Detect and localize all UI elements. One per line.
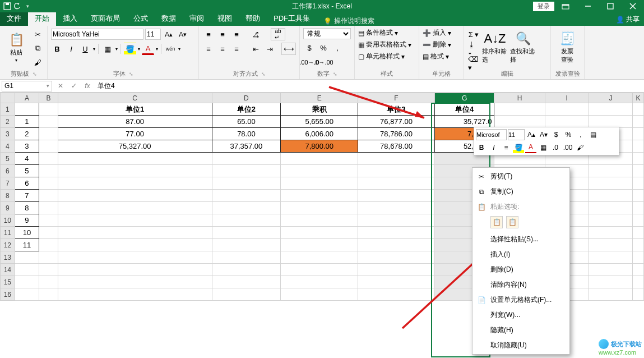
minimize-icon[interactable] [577,0,599,12]
percent-icon[interactable]: % [563,129,574,140]
tab-formulas[interactable]: 公式 [127,11,155,26]
cell[interactable]: 6 [15,177,39,190]
column-headers[interactable]: A B C D E F G H I J K [1,93,644,103]
chevron-down-icon[interactable]: ▾ [138,47,140,52]
increase-decimal-icon[interactable]: .00 [562,142,573,153]
accounting-icon[interactable]: $ [303,42,316,54]
share-button[interactable]: 👤 共享 [616,15,640,24]
decrease-indent-icon[interactable]: ⇤ [249,43,262,55]
decrease-font-icon[interactable]: A▾ [177,28,189,40]
col-D[interactable]: D [212,93,281,103]
ctx-copy[interactable]: ⧉复制(C) [472,184,569,199]
chevron-down-icon[interactable]: ▾ [156,47,158,52]
condfmt-mini-icon[interactable]: ▤ [587,129,599,140]
cell[interactable]: 3 [15,140,39,153]
tab-data[interactable]: 数据 [155,11,183,26]
align-middle-icon[interactable]: ≡ [216,28,229,40]
cell[interactable]: 76,877.00 [358,116,434,128]
copy-icon[interactable]: ⧉ [31,42,44,54]
cell-styles-button[interactable]: ▢ 单元格样式 ▾ [358,52,405,61]
font-name-input[interactable] [51,29,143,40]
chevron-down-icon[interactable]: ▾ [178,47,180,52]
orientation-icon[interactable]: ⦨ [249,28,262,40]
paste-button[interactable]: 📋 粘贴 ▾ [3,28,29,67]
col-A[interactable]: A [15,93,39,103]
accept-formula-icon[interactable]: ✓ [67,82,81,90]
cell[interactable]: 77.00 [58,128,212,140]
cell[interactable]: 2 [15,128,39,140]
percent-icon[interactable]: % [317,42,330,54]
phonetic-icon[interactable]: wén [164,43,177,55]
launcher-icon[interactable]: ⤡ [129,71,133,77]
cells-format-button[interactable]: ▤ 格式 ▾ [423,52,449,61]
cell[interactable]: 11 [15,239,39,251]
conditional-format-button[interactable]: ▤ 条件格式 ▾ [358,28,398,38]
decrease-decimal-icon[interactable]: .0→.00 [317,56,330,68]
launcher-icon[interactable]: ⤡ [261,71,266,77]
cell[interactable]: 单位3 [358,103,434,116]
ctx-col-width[interactable]: 列宽(W)... [472,307,569,323]
tab-review[interactable]: 审阅 [183,11,211,26]
align-top-icon[interactable]: ≡ [202,28,215,40]
find-select-button[interactable]: 🔍查找和选择 [510,28,536,67]
tell-me-search[interactable]: 💡 操作说明搜索 [323,16,374,26]
font-color-icon[interactable]: A [525,142,536,153]
col-B[interactable]: B [39,93,58,103]
paste-values-icon[interactable]: 📋 [506,216,518,228]
align-left-icon[interactable]: ≡ [202,43,215,55]
ctx-paste-special[interactable]: 选择性粘贴(S)... [472,232,569,247]
increase-indent-icon[interactable]: ⇥ [263,43,276,55]
qat-dropdown-icon[interactable]: ▾ [24,2,31,10]
align-right-icon[interactable]: ≡ [230,43,243,55]
tab-pagelayout[interactable]: 页面布局 [84,11,127,26]
col-K[interactable]: K [633,93,644,103]
col-E[interactable]: E [281,93,358,103]
italic-button[interactable]: I [65,43,77,55]
col-F[interactable]: F [358,93,434,103]
col-I[interactable]: I [545,93,589,103]
underline-button[interactable]: U [79,43,91,55]
increase-font-icon[interactable]: A▴ [163,28,175,40]
fill-icon[interactable]: ⭳ ▾ [467,43,480,55]
chevron-down-icon[interactable]: ▾ [115,47,118,52]
font-color-icon[interactable]: A [142,43,154,55]
format-painter-icon[interactable]: 🖌 [574,142,586,153]
decrease-font-icon[interactable]: A▾ [538,129,549,140]
increase-font-icon[interactable]: A▴ [526,129,537,140]
cell[interactable]: 6,006.00 [281,128,358,140]
mini-font-size-input[interactable] [508,129,525,140]
bold-button[interactable]: B [51,43,63,55]
ctx-insert[interactable]: 插入(I) [472,247,569,262]
ctx-unhide[interactable]: 取消隐藏(U) [472,338,569,353]
cell[interactable]: 乘积 [281,103,358,116]
ctx-clear[interactable]: 清除内容(N) [472,277,569,292]
cell[interactable]: 75,327.00 [58,140,212,153]
comma-icon[interactable]: , [575,129,586,140]
fx-icon[interactable]: fx [81,82,94,90]
formula-input[interactable]: 单位4 [94,81,644,91]
col-C[interactable]: C [58,93,212,103]
table-format-button[interactable]: ▦ 套用表格格式 ▾ [358,40,411,49]
cut-icon[interactable]: ✂ [31,28,44,40]
italic-button[interactable]: I [488,142,499,153]
save-icon[interactable] [3,2,11,10]
tab-view[interactable]: 视图 [211,11,239,26]
cell[interactable]: 35,727.0 [434,116,494,128]
clear-icon[interactable]: ⌫ ▾ [467,57,480,70]
cell[interactable]: 4 [15,153,39,165]
cell[interactable]: 单位2 [212,103,281,116]
cell[interactable]: 7,800.00 [281,140,358,153]
cell[interactable]: 5,655.00 [281,116,358,128]
cell[interactable]: 78,786.00 [358,128,434,140]
cell[interactable]: 87.00 [58,116,212,128]
cell[interactable]: 5 [15,165,39,177]
chevron-down-icon[interactable]: ▾ [93,47,95,52]
paste-keep-source-icon[interactable]: 📋 [490,216,503,228]
mini-font-name-input[interactable] [476,129,507,140]
wrap-text-icon[interactable]: ab↵ [271,28,285,40]
ctx-cut[interactable]: ✂剪切(T) [472,169,569,184]
cell[interactable] [15,103,39,116]
accounting-icon[interactable]: $ [550,129,562,140]
col-G[interactable]: G [434,93,494,103]
cell[interactable]: 78.00 [212,128,281,140]
